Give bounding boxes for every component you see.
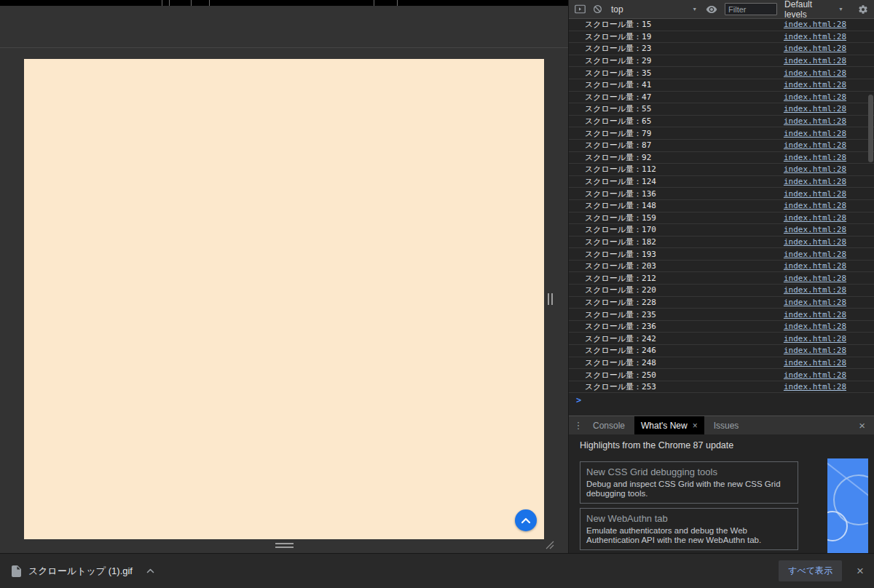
close-drawer-icon[interactable]: × bbox=[854, 419, 870, 432]
console-prompt[interactable]: > bbox=[569, 395, 581, 405]
console-message: スクロール量：236 bbox=[585, 321, 656, 332]
console-prompt-icon: > bbox=[576, 395, 581, 405]
clear-console-icon[interactable] bbox=[593, 4, 602, 14]
console-log-row: スクロール量：236 index.html:28 bbox=[569, 321, 874, 333]
console-source-link[interactable]: index.html:28 bbox=[784, 189, 846, 199]
console-source-link[interactable]: index.html:28 bbox=[784, 370, 846, 380]
chevron-down-icon: ▼ bbox=[692, 7, 697, 12]
console-toolbar: top ▼ Default levels ▼ bbox=[569, 0, 874, 19]
console-log-row: スクロール量：47 index.html:28 bbox=[569, 92, 874, 104]
filter-input[interactable] bbox=[725, 3, 777, 15]
ruler-tick bbox=[191, 0, 192, 6]
console-source-link[interactable]: index.html:28 bbox=[784, 116, 846, 126]
tab-whats-new[interactable]: What's New × bbox=[634, 416, 704, 434]
console-source-link[interactable]: index.html:28 bbox=[784, 20, 846, 29]
execution-context-selector[interactable]: top ▼ bbox=[610, 4, 698, 15]
file-icon bbox=[12, 565, 21, 577]
vertical-resize-handle[interactable] bbox=[548, 293, 553, 305]
console-source-link[interactable]: index.html:28 bbox=[784, 44, 846, 53]
console-source-link[interactable]: index.html:28 bbox=[784, 164, 846, 174]
resize-grip-icon[interactable] bbox=[546, 539, 554, 552]
console-message: スクロール量：92 bbox=[585, 152, 651, 163]
whats-new-card[interactable]: New WebAuthn tab Emulate authenticators … bbox=[580, 508, 798, 550]
console-log-row: スクロール量：212 index.html:28 bbox=[569, 272, 874, 285]
chevron-up-icon[interactable] bbox=[146, 568, 154, 573]
console-log-row: スクロール量：41 index.html:28 bbox=[569, 79, 874, 92]
console-message: スクロール量：248 bbox=[585, 357, 656, 368]
console-source-link[interactable]: index.html:28 bbox=[784, 250, 846, 259]
console-source-link[interactable]: index.html:28 bbox=[784, 177, 846, 186]
console-log-row: スクロール量：55 index.html:28 bbox=[569, 103, 874, 116]
console-source-link[interactable]: index.html:28 bbox=[784, 153, 846, 162]
horizontal-resize-handle[interactable] bbox=[275, 543, 294, 548]
console-source-link[interactable]: index.html:28 bbox=[784, 274, 846, 283]
tab-issues[interactable]: Issues bbox=[707, 416, 746, 434]
console-source-link[interactable]: index.html:28 bbox=[784, 213, 846, 223]
console-source-link[interactable]: index.html:28 bbox=[784, 129, 846, 138]
eye-icon[interactable] bbox=[706, 5, 717, 14]
console-source-link[interactable]: index.html:28 bbox=[784, 237, 846, 247]
console-log-row: スクロール量：65 index.html:28 bbox=[569, 116, 874, 128]
console-source-link[interactable]: index.html:28 bbox=[784, 322, 846, 331]
console-message: スクロール量：182 bbox=[585, 237, 656, 247]
console-source-link[interactable]: index.html:28 bbox=[784, 346, 846, 355]
console-log-row: スクロール量：136 index.html:28 bbox=[569, 188, 874, 200]
console-message: スクロール量：193 bbox=[585, 249, 656, 260]
overflow-menu-icon[interactable]: ⋮ bbox=[573, 420, 583, 431]
console-source-link[interactable]: index.html:28 bbox=[784, 285, 846, 295]
console-message: スクロール量：246 bbox=[585, 345, 656, 356]
console-message: スクロール量：212 bbox=[585, 273, 656, 284]
console-scrollbar-thumb[interactable] bbox=[868, 95, 873, 162]
console-source-link[interactable]: index.html:28 bbox=[784, 68, 846, 78]
card-description: Debug and inspect CSS Grid with the new … bbox=[586, 480, 792, 498]
console-log-row: スクロール量：79 index.html:28 bbox=[569, 127, 874, 140]
console-message: スクロール量：87 bbox=[585, 140, 651, 151]
ruler-tick bbox=[162, 0, 162, 6]
console-source-link[interactable]: index.html:28 bbox=[784, 56, 846, 65]
drawer-tab-bar: ⋮ Console What's New × Issues × bbox=[569, 416, 874, 434]
whats-new-card[interactable]: New CSS Grid debugging tools Debug and i… bbox=[580, 461, 798, 504]
console-log-row: スクロール量：159 index.html:28 bbox=[569, 212, 874, 225]
console-source-link[interactable]: index.html:28 bbox=[784, 310, 846, 319]
console-source-link[interactable]: index.html:28 bbox=[784, 261, 846, 271]
settings-gear-icon[interactable] bbox=[858, 4, 868, 15]
chevron-down-icon: ▼ bbox=[838, 7, 843, 12]
ruler-tick bbox=[374, 0, 374, 6]
console-log-row: スクロール量：235 index.html:28 bbox=[569, 309, 874, 321]
console-message: スクロール量：47 bbox=[585, 92, 651, 103]
console-source-link[interactable]: index.html:28 bbox=[784, 201, 846, 210]
console-log-row: スクロール量：92 index.html:28 bbox=[569, 152, 874, 164]
console-source-link[interactable]: index.html:28 bbox=[784, 32, 846, 41]
scroll-to-top-button[interactable] bbox=[515, 509, 537, 531]
show-all-downloads-button[interactable]: すべて表示 bbox=[779, 560, 842, 581]
console-source-link[interactable]: index.html:28 bbox=[784, 92, 846, 102]
console-source-link[interactable]: index.html:28 bbox=[784, 225, 846, 234]
console-log-row: スクロール量：170 index.html:28 bbox=[569, 224, 874, 237]
console-sidebar-toggle-icon[interactable] bbox=[575, 4, 586, 14]
console-log-row: スクロール量：253 index.html:28 bbox=[569, 381, 874, 394]
console-source-link[interactable]: index.html:28 bbox=[784, 298, 846, 307]
console-source-link[interactable]: index.html:28 bbox=[784, 80, 846, 90]
console-source-link[interactable]: index.html:28 bbox=[784, 358, 846, 368]
close-icon[interactable]: × bbox=[693, 421, 698, 431]
tab-console[interactable]: Console bbox=[586, 416, 631, 434]
console-source-link[interactable]: index.html:28 bbox=[784, 104, 846, 114]
console-source-link[interactable]: index.html:28 bbox=[784, 140, 846, 150]
console-source-link[interactable]: index.html:28 bbox=[784, 382, 846, 392]
console-source-link[interactable]: index.html:28 bbox=[784, 334, 846, 343]
tab-label: What's New bbox=[641, 421, 688, 431]
whats-new-heading: Highlights from the Chrome 87 update bbox=[580, 440, 874, 450]
downloads-bar: スクロールトップ (1).gif すべて表示 × bbox=[0, 553, 874, 588]
download-item[interactable]: スクロールトップ (1).gif bbox=[12, 565, 154, 578]
console-log-row: スクロール量：23 index.html:28 bbox=[569, 43, 874, 55]
console-message: スクロール量：235 bbox=[585, 309, 656, 320]
console-log-row: スクロール量：182 index.html:28 bbox=[569, 237, 874, 249]
console-log-row: スクロール量：87 index.html:28 bbox=[569, 140, 874, 152]
console-log-row: スクロール量：220 index.html:28 bbox=[569, 285, 874, 297]
download-filename: スクロールトップ (1).gif bbox=[28, 565, 133, 578]
console-log-row: スクロール量：112 index.html:28 bbox=[569, 164, 874, 176]
close-downloads-bar-icon[interactable]: × bbox=[857, 565, 864, 577]
console-log-row: スクロール量：124 index.html:28 bbox=[569, 176, 874, 188]
log-levels-selector[interactable]: Default levels ▼ bbox=[784, 0, 843, 20]
page-divider-line bbox=[0, 47, 568, 48]
